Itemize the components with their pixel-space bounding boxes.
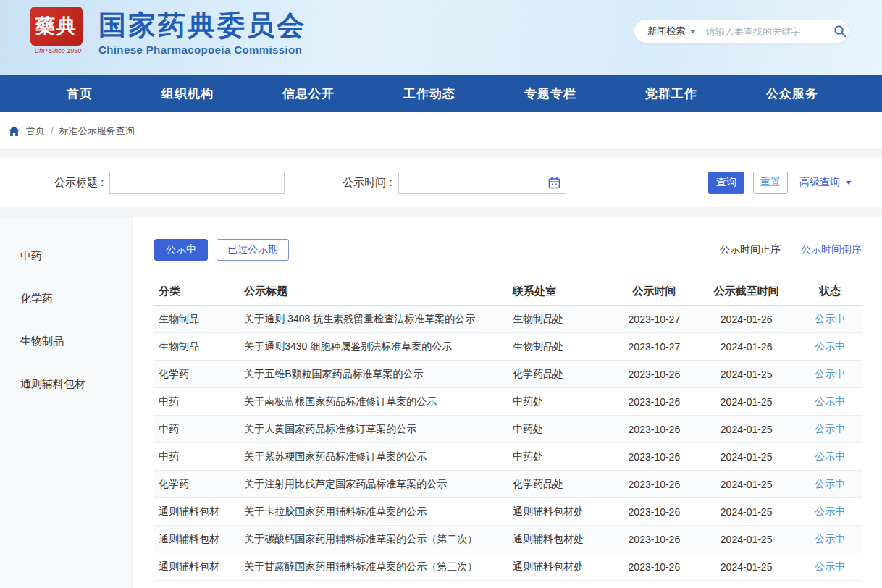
calendar-icon[interactable] <box>548 177 560 192</box>
chevron-down-icon <box>690 30 696 33</box>
breadcrumb-separator: / <box>51 125 54 136</box>
status-link[interactable]: 公示中 <box>815 560 845 572</box>
nav-item-public-service[interactable]: 公众服务 <box>766 85 818 102</box>
status-link[interactable]: 公示中 <box>815 395 845 407</box>
cell-category: 化学药 <box>154 471 240 498</box>
status-link[interactable]: 公示中 <box>815 450 845 462</box>
cell-office: 生物制品处 <box>508 306 613 333</box>
cell-end-date: 2024-01-25 <box>695 553 798 581</box>
cell-title-link[interactable]: 关于碳酸钙国家药用辅料标准草案的公示（第二次） <box>240 526 508 553</box>
cell-date: 2023-10-26 <box>613 443 694 471</box>
cell-end-date: 2024-01-26 <box>695 333 798 361</box>
cell-end-date: 2024-01-25 <box>695 498 798 526</box>
table-row: 通则辅料包材 关于卡拉胶国家药用辅料标准草案的公示 通则辅料包材处 2023-1… <box>154 498 862 526</box>
cell-category: 通则辅料包材 <box>154 526 240 553</box>
cell-category: 化学药 <box>154 361 240 388</box>
cell-category: 生物制品 <box>154 333 240 361</box>
sidebar-item-chemical[interactable]: 化学药 <box>0 282 132 316</box>
cell-office: 通则辅料包材处 <box>508 498 613 526</box>
filter-panel: 公示标题 : 公示时间 : 查询 重置 高级查询 <box>0 158 882 207</box>
status-link[interactable]: 公示中 <box>815 423 845 434</box>
filter-actions: 查询 重置 高级查询 <box>708 172 852 194</box>
site-subtitle: Chinese Pharmacopoeia Commission <box>98 43 306 56</box>
cell-office: 化学药品处 <box>508 361 613 388</box>
sort-links: 公示时间正序 公示时间倒序 <box>720 243 862 256</box>
col-header-status: 状态 <box>798 277 862 306</box>
table-row: 生物制品 关于通则3430 细胞种属鉴别法标准草案的公示 生物制品处 2023-… <box>154 333 862 361</box>
brand-text: 国家药典委员会 Chinese Pharmacopoeia Commission <box>98 7 306 56</box>
publicity-list-area: 公示中 已过公示期 公示时间正序 公示时间倒序 分类 公示标题 联系处室 公示时… <box>133 217 882 588</box>
nav-item-information[interactable]: 信息公开 <box>282 85 335 102</box>
tab-expired-publicity[interactable]: 已过公示期 <box>217 239 289 261</box>
col-header-date: 公示时间 <box>613 277 694 306</box>
sidebar-item-biological[interactable]: 生物制品 <box>0 324 132 358</box>
table-row: 中药 关于南板蓝根国家药品标准修订草案的公示 中药处 2023-10-26 20… <box>154 388 862 416</box>
advanced-query-link[interactable]: 高级查询 <box>799 176 852 189</box>
list-toolbar: 公示中 已过公示期 公示时间正序 公示时间倒序 <box>154 239 862 261</box>
cell-title-link[interactable]: 关于通则 3408 抗生素残留量检查法标准草案的公示 <box>240 306 508 333</box>
sidebar-item-excipients[interactable]: 通则辅料包材 <box>0 367 132 401</box>
header-search-input[interactable] <box>706 26 833 37</box>
table-header-row: 分类 公示标题 联系处室 公示时间 公示截至时间 状态 <box>154 277 862 306</box>
cell-end-date: 2024-01-25 <box>695 416 798 443</box>
breadcrumb-home-link[interactable]: 首页 <box>26 125 45 138</box>
cell-title-link[interactable]: 关于紫苏梗国家药品标准修订草案的公示 <box>240 443 508 471</box>
advanced-query-label: 高级查询 <box>799 176 840 189</box>
reset-button[interactable]: 重置 <box>753 172 788 194</box>
home-icon[interactable] <box>9 126 20 136</box>
status-link[interactable]: 公示中 <box>815 340 845 352</box>
publicity-table: 分类 公示标题 联系处室 公示时间 公示截至时间 状态 生物制品 关于通则 34… <box>154 277 862 581</box>
status-link[interactable]: 公示中 <box>815 505 845 517</box>
cell-office: 中药处 <box>508 416 613 443</box>
cell-end-date: 2024-01-26 <box>695 306 798 333</box>
table-row: 中药 关于紫苏梗国家药品标准修订草案的公示 中药处 2023-10-26 202… <box>154 443 862 471</box>
search-icon[interactable] <box>833 25 847 38</box>
tab-in-publicity[interactable]: 公示中 <box>154 239 208 261</box>
cell-office: 通则辅料包材处 <box>508 553 613 581</box>
cell-title-link[interactable]: 关于卡拉胶国家药用辅料标准草案的公示 <box>240 498 508 526</box>
search-category-select[interactable]: 新闻检索 <box>647 25 696 38</box>
cell-title-link[interactable]: 关于甘露醇国家药用辅料标准草案的公示（第三次） <box>240 553 508 581</box>
cell-date: 2023-10-26 <box>613 388 694 416</box>
cell-title-link[interactable]: 关于大黄国家药品标准修订草案的公示 <box>240 416 508 443</box>
status-link[interactable]: 公示中 <box>815 533 845 545</box>
cell-office: 通则辅料包材处 <box>508 526 613 553</box>
sort-time-asc-link[interactable]: 公示时间正序 <box>720 243 781 256</box>
status-link[interactable]: 公示中 <box>815 478 845 490</box>
nav-item-work-news[interactable]: 工作动态 <box>403 85 455 102</box>
cell-date: 2023-10-27 <box>613 333 694 361</box>
table-row: 通则辅料包材 关于甘露醇国家药用辅料标准草案的公示（第三次） 通则辅料包材处 2… <box>154 553 862 581</box>
chevron-down-icon <box>846 181 852 185</box>
nav-item-special-topics[interactable]: 专题专栏 <box>524 85 576 102</box>
col-header-category: 分类 <box>154 277 240 306</box>
logo[interactable]: 藥典 ChP Since 1950 <box>30 7 85 54</box>
cell-category: 中药 <box>154 416 240 443</box>
cell-category: 中药 <box>154 443 240 471</box>
status-link[interactable]: 公示中 <box>815 368 845 379</box>
sort-time-desc-link[interactable]: 公示时间倒序 <box>801 243 862 256</box>
cell-date: 2023-10-26 <box>613 361 694 388</box>
header-search-bar: 新闻检索 <box>634 20 849 43</box>
cell-category: 中药 <box>154 388 240 416</box>
cell-office: 中药处 <box>508 443 613 471</box>
nav-item-organization[interactable]: 组织机构 <box>161 85 214 102</box>
nav-item-party-work[interactable]: 党群工作 <box>645 85 697 102</box>
time-filter-label: 公示时间 : <box>343 176 392 190</box>
cell-office: 化学药品处 <box>508 471 613 498</box>
nav-item-home[interactable]: 首页 <box>67 85 93 102</box>
date-field-wrap <box>398 172 566 194</box>
title-filter-input[interactable] <box>109 172 285 194</box>
cell-title-link[interactable]: 关于南板蓝根国家药品标准修订草案的公示 <box>240 388 508 416</box>
cell-title-link[interactable]: 关于五维B颗粒国家药品标准草案的公示 <box>240 361 508 388</box>
col-header-office: 联系处室 <box>508 277 613 306</box>
cell-category: 生物制品 <box>154 306 240 333</box>
cell-date: 2023-10-26 <box>613 553 694 581</box>
cell-office: 中药处 <box>508 388 613 416</box>
breadcrumb-current: 标准公示服务查询 <box>59 125 135 138</box>
query-button[interactable]: 查询 <box>708 172 744 194</box>
status-link[interactable]: 公示中 <box>815 313 845 324</box>
sidebar-item-tcm[interactable]: 中药 <box>0 239 132 273</box>
time-filter-input[interactable] <box>398 172 566 194</box>
cell-title-link[interactable]: 关于通则3430 细胞种属鉴别法标准草案的公示 <box>240 333 508 361</box>
cell-title-link[interactable]: 关于注射用比伐芦定国家药品标准草案的公示 <box>240 471 508 498</box>
